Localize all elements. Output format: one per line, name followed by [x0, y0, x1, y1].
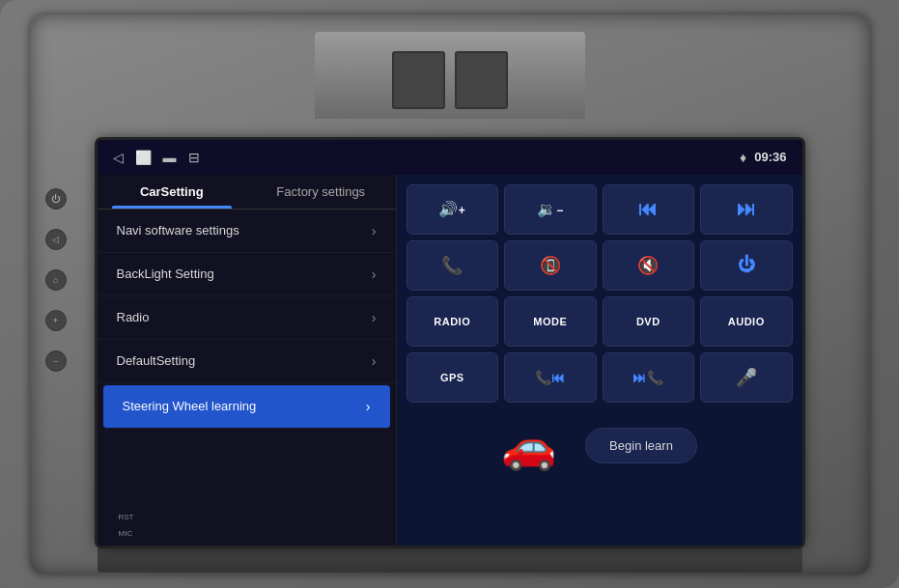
screen: ◁ ⬜ ▬ ⊟ ♦ 09:36 CarSetting	[98, 140, 802, 546]
gps-label: GPS	[440, 372, 464, 383]
top-vent-left	[392, 51, 445, 109]
mic-ctrl-btn[interactable]: 🎤	[700, 352, 793, 403]
power-btn[interactable]: ⏻	[700, 240, 793, 291]
menu-arrow-default: ›	[372, 353, 377, 369]
top-area	[30, 24, 870, 140]
menu-label-navi: Navi software settings	[117, 223, 239, 238]
menu-item-radio[interactable]: Radio ›	[98, 296, 396, 340]
rst-label: RST	[119, 513, 134, 521]
home-side-btn[interactable]: ⌂	[45, 269, 67, 291]
gps-btn[interactable]: GPS	[407, 352, 499, 403]
main-content: CarSetting Factory settings Navi softwar…	[98, 175, 802, 546]
call-icon: 📞	[441, 255, 464, 276]
next-track-icon: ⏭	[737, 198, 757, 220]
mute-icon: 🔇	[637, 255, 660, 276]
side-buttons-left: ⏻ ◁ ⌂ + −	[45, 188, 67, 372]
menu-items: Navi software settings › BackLight Setti…	[98, 210, 396, 546]
car-unit: ⏻ ◁ ⌂ + − ◁ ⬜ ▬ ⊟ ♦ 09:36	[0, 0, 899, 588]
right-panel: 🔊+ 🔉− ⏮ ⏭ 📞	[397, 175, 802, 546]
hangup-btn[interactable]: 📵	[504, 240, 597, 291]
mode-btn[interactable]: MODE	[504, 296, 597, 347]
vol-down-side-btn[interactable]: −	[45, 350, 67, 372]
menu-arrow-radio: ›	[372, 310, 377, 325]
status-right: ♦ 09:36	[740, 150, 786, 165]
top-vent-right	[455, 51, 508, 109]
next-track-btn[interactable]: ⏭	[700, 184, 793, 235]
bottom-decoration	[98, 546, 802, 573]
menu-item-default[interactable]: DefaultSetting ›	[98, 340, 396, 383]
status-time: 09:36	[754, 150, 786, 164]
menu-icon[interactable]: ⊟	[188, 150, 200, 165]
menu-label-radio: Radio	[117, 310, 150, 324]
tel-next-btn[interactable]: ⏭📞	[603, 352, 695, 403]
status-icons-left: ◁ ⬜ ▬ ⊟	[113, 150, 200, 165]
back-icon[interactable]: ◁	[113, 150, 124, 165]
vol-up-btn[interactable]: 🔊+	[407, 184, 499, 235]
audio-label: AUDIO	[728, 316, 765, 327]
menu-item-backlight[interactable]: BackLight Setting ›	[98, 253, 396, 296]
prev-track-icon: ⏮	[638, 198, 659, 220]
begin-learn-btn[interactable]: Begin learn	[585, 428, 697, 463]
learn-area: 🚗 Begin learn	[407, 420, 793, 472]
vol-up-side-btn[interactable]: +	[45, 310, 67, 331]
dvd-label: DVD	[636, 316, 660, 327]
menu-item-steering[interactable]: Steering Wheel learning ›	[103, 385, 390, 429]
back-side-btn[interactable]: ◁	[45, 229, 67, 250]
prev-track-btn[interactable]: ⏮	[603, 184, 695, 235]
menu-arrow-backlight: ›	[372, 266, 377, 282]
power-side-btn[interactable]: ⏻	[45, 188, 67, 210]
tabs: CarSetting Factory settings	[98, 175, 396, 210]
location-icon: ♦	[740, 150, 746, 165]
vol-down-icon: 🔉−	[537, 200, 564, 218]
hangup-icon: 📵	[540, 255, 562, 276]
menu-label-default: DefaultSetting	[117, 353, 196, 368]
radio-btn[interactable]: RADIO	[407, 296, 499, 347]
audio-btn[interactable]: AUDIO	[700, 296, 793, 347]
mode-label: MODE	[533, 316, 567, 327]
menu-label-backlight: BackLight Setting	[117, 266, 214, 281]
radio-label: RADIO	[434, 316, 470, 327]
tel-next-icon: ⏭📞	[632, 370, 663, 385]
begin-learn-label: Begin learn	[609, 438, 673, 453]
tel-prev-btn[interactable]: 📞⏮	[504, 352, 597, 403]
menu-arrow-steering: ›	[366, 399, 371, 414]
mute-btn[interactable]: 🔇	[603, 240, 695, 291]
power-icon: ⏻	[738, 255, 756, 275]
dvd-btn[interactable]: DVD	[603, 296, 695, 347]
menu-item-navi[interactable]: Navi software settings ›	[98, 210, 396, 253]
ctrl-btn-grid-1: 🔊+ 🔉− ⏮ ⏭ 📞	[407, 184, 793, 403]
bezel: ⏻ ◁ ⌂ + − ◁ ⬜ ▬ ⊟ ♦ 09:36	[30, 14, 870, 574]
vol-down-btn[interactable]: 🔉−	[504, 184, 597, 235]
tab-car-setting[interactable]: CarSetting	[98, 175, 247, 209]
mic-label: MIC	[119, 529, 133, 538]
menu-arrow-navi: ›	[372, 223, 377, 238]
call-btn[interactable]: 📞	[407, 240, 499, 291]
status-bar: ◁ ⬜ ▬ ⊟ ♦ 09:36	[98, 140, 802, 175]
tab-factory-settings[interactable]: Factory settings	[246, 175, 396, 209]
tel-prev-icon: 📞⏮	[535, 370, 566, 385]
left-panel: CarSetting Factory settings Navi softwar…	[98, 175, 397, 546]
home-icon[interactable]: ⬜	[135, 150, 152, 165]
top-center-block	[315, 32, 585, 119]
vol-up-icon: 🔊+	[438, 200, 465, 218]
menu-label-steering: Steering Wheel learning	[123, 399, 257, 413]
car-silhouette: 🚗	[501, 420, 556, 472]
mic-icon: 🎤	[736, 367, 758, 388]
window-icon[interactable]: ▬	[163, 150, 177, 165]
